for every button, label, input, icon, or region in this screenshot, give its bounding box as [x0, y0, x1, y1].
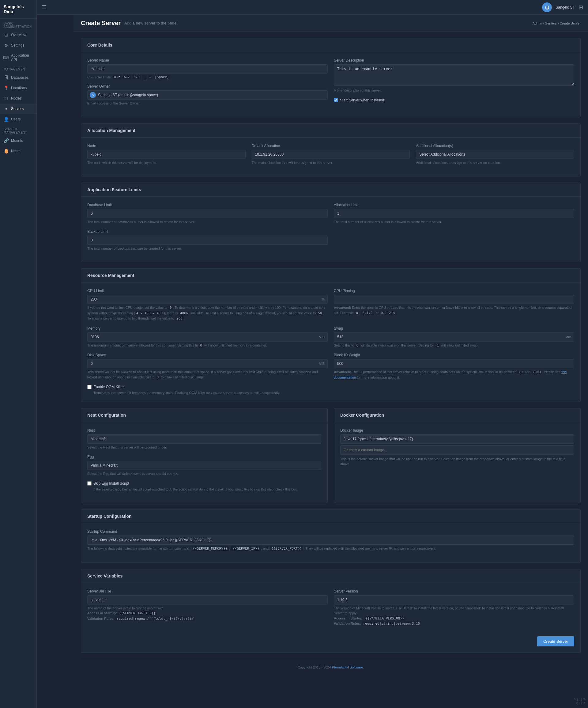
service-variables-section: Service Variables Server Jar File The na… — [81, 569, 581, 653]
service-variables-grid: Server Jar File The name of the server j… — [87, 589, 574, 631]
page-title-area: Create Server Add a new server to the pa… — [81, 20, 178, 27]
create-btn-area: Create Server — [87, 631, 574, 646]
skip-egg-hint: If the selected Egg has an install scrip… — [93, 487, 321, 492]
start-server-checkbox[interactable] — [334, 98, 338, 102]
skip-egg-checkbox[interactable] — [87, 481, 92, 485]
sidebar-label-databases: Databases — [11, 76, 29, 80]
cpu-row: CPU Limit % If you do not want to limit … — [87, 289, 574, 321]
server-version-input[interactable] — [334, 595, 574, 604]
server-name-input[interactable] — [87, 64, 328, 73]
disk-label: Disk Space — [87, 353, 328, 357]
skip-egg-label[interactable]: Skip Egg Install Script — [93, 481, 129, 485]
server-name-group: Server Name Character limits: a-z A-Z 0-… — [87, 58, 328, 79]
docker-image-custom-input[interactable] — [340, 445, 574, 455]
core-details-header: Core Details — [81, 38, 580, 52]
nest-select[interactable]: Minecraft — [87, 435, 321, 444]
sidebar-item-users[interactable]: 👤 Users — [0, 114, 36, 124]
allocation-limit-group: Allocation Limit The total number of all… — [334, 203, 574, 225]
breadcrumb-admin: Admin — [532, 22, 542, 25]
server-owner-select[interactable]: Sangelo ST (admin@sangelo.space) — [87, 90, 328, 99]
swap-input[interactable] — [334, 332, 574, 342]
nest-config-title: Nest Configuration — [87, 413, 126, 418]
service-variables-title: Service Variables — [87, 573, 123, 579]
page-body: Core Details Server Name Character limit… — [73, 32, 588, 681]
cpu-pinning-input[interactable] — [334, 295, 574, 304]
oom-killer-checkbox[interactable] — [87, 385, 92, 389]
sidebar-item-nests[interactable]: 🥚 Nests — [0, 146, 36, 156]
allocation-limit-input[interactable] — [334, 209, 574, 218]
server-owner-group: Server Owner S Sangelo ST (admin@sangelo… — [87, 84, 328, 106]
power-button[interactable]: ⏻ — [542, 2, 552, 12]
additional-allocations-select[interactable]: Select Additional Allocations — [416, 150, 574, 159]
sidebar-label-servers: Servers — [11, 107, 24, 111]
allocation-header: Allocation Management — [81, 124, 580, 138]
sidebar-item-mounts[interactable]: 🔗 Mounts — [0, 136, 36, 146]
create-server-button[interactable]: Create Server — [537, 636, 574, 646]
egg-label: Egg — [87, 455, 321, 459]
sidebar-item-settings[interactable]: ⚙ Settings — [0, 40, 36, 51]
hamburger-icon[interactable]: ☰ — [42, 4, 47, 11]
resource-header: Resource Management — [81, 269, 580, 283]
startup-var-memory: {{SERVER_MEMORY}} — [191, 546, 229, 551]
default-allocation-select[interactable]: 10.1.91.20:25500 — [252, 150, 410, 159]
backup-limit-label: Backup Limit — [87, 230, 328, 234]
memory-input[interactable] — [87, 332, 328, 342]
docker-image-select[interactable]: Java 17 (ghcr.io/pterodactyl/yolks:java_… — [340, 435, 574, 444]
server-jar-group: Server Jar File The name of the server j… — [87, 589, 328, 622]
startup-title: Startup Configuration — [87, 514, 132, 519]
sidebar-item-servers[interactable]: ▪ Servers — [0, 104, 36, 114]
egg-hint: Select the Egg that will define how this… — [87, 471, 321, 476]
block-io-input[interactable] — [334, 359, 574, 368]
cpu-limit-col: CPU Limit % If you do not want to limit … — [87, 289, 328, 321]
feature-limits-section: Application Feature Limits Database Limi… — [81, 183, 581, 262]
disk-input[interactable] — [87, 359, 328, 368]
disk-suffix: MiB — [319, 362, 324, 365]
allocation-default-col: Default Allocation 10.1.91.20:25500 The … — [252, 144, 410, 170]
cpu-limit-input[interactable] — [87, 295, 328, 304]
server-version-hint: The version of Minecraft Vanilla to inst… — [334, 606, 574, 626]
server-description-input[interactable]: This is an example server — [334, 64, 574, 86]
docker-config-section: Docker Configuration Docker Image Java 1… — [334, 408, 581, 503]
oom-killer-hint: Terminates the server if it breaches the… — [93, 390, 574, 395]
database-limit-label: Database Limit — [87, 203, 328, 207]
oom-killer-label[interactable]: Enable OOM Killer — [93, 385, 124, 389]
node-select[interactable]: kubelo — [87, 150, 246, 159]
allocation-section: Allocation Management Node kubelo The no… — [81, 123, 581, 177]
backup-limit-input[interactable] — [87, 236, 328, 245]
nest-docker-row: Nest Configuration Nest Minecraft Select… — [81, 408, 581, 509]
server-jar-input[interactable] — [87, 595, 328, 604]
feature-limits-right: Allocation Limit The total number of all… — [334, 203, 574, 230]
skip-egg-wrapper: Skip Egg Install Script — [87, 481, 321, 485]
default-allocation-group: Default Allocation 10.1.91.20:25500 The … — [252, 144, 410, 166]
allocation-limit-label: Allocation Limit — [334, 203, 574, 207]
locations-icon: 📍 — [4, 86, 8, 90]
sidebar-item-application-api[interactable]: ⌨ Application API — [0, 51, 36, 65]
egg-select[interactable]: Vanilla Minecraft — [87, 461, 321, 470]
start-server-group: Start Server when Installed — [334, 98, 574, 102]
sidebar-section-basic: BASIC ADMINISTRATION — [0, 19, 36, 30]
memory-col: Memory MiB The maximum amount of memory … — [87, 326, 328, 348]
breadcrumb-servers: Servers — [545, 22, 557, 25]
sidebar-item-databases[interactable]: 🗄 Databases — [0, 72, 36, 83]
sidebar-label-api: Application API — [11, 53, 33, 62]
allocation-grid: Node kubelo The node which this server w… — [87, 144, 574, 170]
cpu-limit-input-wrapper: % — [87, 295, 328, 304]
resource-title: Resource Management — [87, 273, 134, 278]
feature-limits-title: Application Feature Limits — [87, 187, 141, 192]
start-server-label[interactable]: Start Server when Installed — [340, 98, 384, 102]
sidebar-item-locations[interactable]: 📍 Locations — [0, 83, 36, 93]
startup-command-input[interactable] — [87, 535, 574, 545]
database-limit-input[interactable] — [87, 209, 328, 218]
grid-icon[interactable]: ⊞ — [579, 4, 583, 11]
cpu-limit-suffix: % — [321, 297, 324, 301]
footer-company-link[interactable]: Pterodactyl Software. — [332, 666, 364, 669]
startup-command-hint: The following data substitutes are avail… — [87, 546, 574, 552]
sidebar-item-nodes[interactable]: ⬡ Nodes — [0, 93, 36, 104]
version-p: P 1.11.7 — [574, 698, 585, 702]
cpu-limit-hint: If you do not want to limit CPU usage, s… — [87, 305, 328, 321]
nest-group: Nest Minecraft Select the Nest that this… — [87, 428, 321, 450]
sidebar-item-overview[interactable]: ⊞ Overview — [0, 30, 36, 40]
server-version-label: Server Version — [334, 589, 574, 593]
database-limit-hint: The total number of databases a user is … — [87, 219, 328, 225]
startup-body: Startup Command The following data subst… — [81, 523, 580, 562]
